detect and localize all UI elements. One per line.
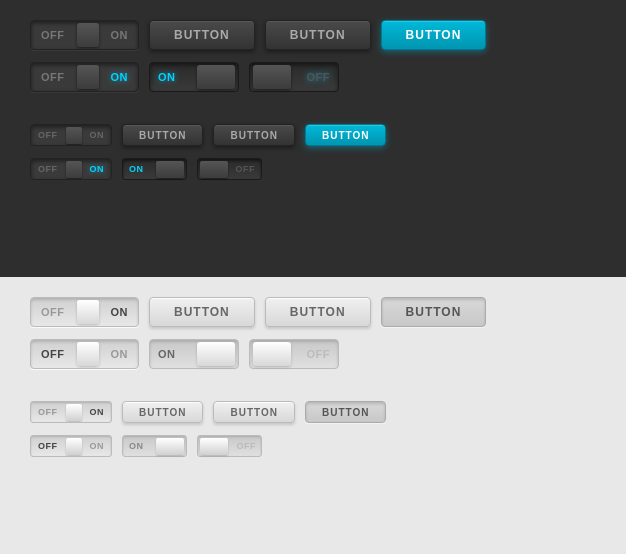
light-small-row2: OFF ON ON OFF	[30, 435, 596, 457]
light-large-row1: OFF ON BUTTON BUTTON BUTTON	[30, 297, 596, 327]
slider-dark-lg-on[interactable]: ON	[149, 62, 239, 92]
toggle-dark-sm-off[interactable]: OFF ON	[30, 124, 112, 146]
slider-off-text: OFF	[307, 71, 331, 83]
slider-light-sm-handle2	[200, 438, 228, 455]
dark-small-row1: OFF ON BUTTON BUTTON BUTTON	[30, 124, 596, 146]
toggle-thumb	[77, 23, 99, 47]
dark-btn-1[interactable]: BUTTON	[149, 20, 255, 50]
toggle-light-sm-off-label2: OFF	[31, 436, 65, 456]
slider-light-lg-on[interactable]: ON	[149, 339, 239, 369]
toggle-dark-lg-off[interactable]: OFF ON	[30, 20, 139, 50]
slider-on-text: ON	[158, 71, 176, 83]
slider-light-sm-on[interactable]: ON	[122, 435, 187, 457]
light-sm-btn-3-active[interactable]: BUTTON	[305, 401, 386, 423]
toggle-sm-on-label: ON	[83, 125, 112, 145]
toggle-sm-off-label2: OFF	[31, 159, 65, 179]
slider-sm-off-text: OFF	[236, 164, 256, 174]
light-large-row2: OFF ON ON OFF	[30, 339, 596, 369]
slider-light-sm-off-text: OFF	[237, 441, 257, 451]
slider-light-sm-on-text: ON	[129, 441, 144, 451]
light-small-row1: OFF ON BUTTON BUTTON BUTTON	[30, 401, 596, 423]
slider-light-handle2	[253, 342, 291, 366]
toggle-sm-thumb2	[66, 161, 82, 178]
toggle-off-label2: OFF	[31, 63, 75, 91]
toggle-light-sm-on-label2: ON	[83, 436, 112, 456]
toggle-sm-on-label2: ON	[83, 159, 112, 179]
toggle-light-thumb	[77, 300, 99, 324]
toggle-light-sm-thumb	[66, 404, 82, 421]
slider-dark-sm-on[interactable]: ON	[122, 158, 187, 180]
dark-sm-btn-2[interactable]: BUTTON	[213, 124, 294, 146]
dark-large-row2: OFF ON ON OFF	[30, 62, 596, 92]
slider-sm-on-text: ON	[129, 164, 144, 174]
toggle-light-thumb2	[77, 342, 99, 366]
toggle-thumb2	[77, 65, 99, 89]
toggle-light-sm-on-label: ON	[83, 402, 112, 422]
toggle-light-on-label: ON	[101, 298, 139, 326]
toggle-dark-sm-on[interactable]: OFF ON	[30, 158, 112, 180]
slider-sm-handle	[156, 161, 184, 178]
dark-btn-3-active[interactable]: BUTTON	[381, 20, 487, 50]
slider-dark-sm-off[interactable]: OFF	[197, 158, 262, 180]
light-sm-btn-1[interactable]: BUTTON	[122, 401, 203, 423]
slider-handle2	[253, 65, 291, 89]
light-btn-1[interactable]: BUTTON	[149, 297, 255, 327]
toggle-on-label: ON	[101, 21, 139, 49]
dark-small-row2: OFF ON ON OFF	[30, 158, 596, 180]
dark-panel: OFF ON BUTTON BUTTON BUTTON OFF ON ON OF…	[0, 0, 626, 277]
toggle-off-label: OFF	[31, 21, 75, 49]
slider-light-on-text: ON	[158, 348, 176, 360]
slider-handle	[197, 65, 235, 89]
light-btn-3-active[interactable]: BUTTON	[381, 297, 487, 327]
toggle-sm-thumb	[66, 127, 82, 144]
toggle-light-sm-on[interactable]: OFF ON	[30, 401, 112, 423]
toggle-dark-lg-on[interactable]: OFF ON	[30, 62, 139, 92]
toggle-light-off-label: OFF	[31, 298, 75, 326]
light-panel: OFF ON BUTTON BUTTON BUTTON OFF ON ON OF…	[0, 277, 626, 554]
slider-light-sm-off[interactable]: OFF	[197, 435, 262, 457]
toggle-on-label2: ON	[101, 63, 139, 91]
light-btn-2[interactable]: BUTTON	[265, 297, 371, 327]
slider-light-off-text: OFF	[307, 348, 331, 360]
light-sm-btn-2[interactable]: BUTTON	[213, 401, 294, 423]
slider-light-handle	[197, 342, 235, 366]
slider-sm-handle2	[200, 161, 228, 178]
toggle-light-lg-off[interactable]: OFF ON	[30, 339, 139, 369]
dark-sm-btn-3-active[interactable]: BUTTON	[305, 124, 386, 146]
slider-light-sm-handle	[156, 438, 184, 455]
dark-sm-btn-1[interactable]: BUTTON	[122, 124, 203, 146]
toggle-light-lg-on[interactable]: OFF ON	[30, 297, 139, 327]
toggle-light-sm-thumb2	[66, 438, 82, 455]
toggle-light-off-label2: OFF	[31, 340, 75, 368]
toggle-light-on-label2: ON	[101, 340, 139, 368]
toggle-light-sm-off[interactable]: OFF ON	[30, 435, 112, 457]
slider-light-lg-off[interactable]: OFF	[249, 339, 339, 369]
dark-large-row1: OFF ON BUTTON BUTTON BUTTON	[30, 20, 596, 50]
toggle-sm-off-label: OFF	[31, 125, 65, 145]
dark-btn-2[interactable]: BUTTON	[265, 20, 371, 50]
slider-dark-lg-off[interactable]: OFF	[249, 62, 339, 92]
toggle-light-sm-off-label: OFF	[31, 402, 65, 422]
